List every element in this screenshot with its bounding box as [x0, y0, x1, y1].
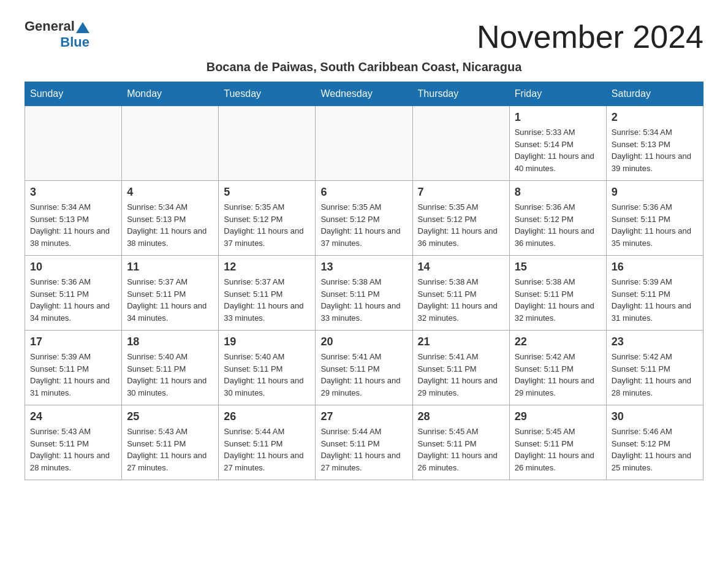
- day-info: Sunrise: 5:43 AM Sunset: 5:11 PM Dayligh…: [127, 426, 213, 473]
- calendar-cell: 7Sunrise: 5:35 AM Sunset: 5:12 PM Daylig…: [412, 181, 509, 256]
- calendar-cell: 4Sunrise: 5:34 AM Sunset: 5:13 PM Daylig…: [122, 181, 219, 256]
- day-info: Sunrise: 5:40 AM Sunset: 5:11 PM Dayligh…: [127, 351, 213, 399]
- calendar-cell: 26Sunrise: 5:44 AM Sunset: 5:11 PM Dayli…: [219, 405, 316, 480]
- day-number: 8: [515, 186, 601, 199]
- calendar-cell: 24Sunrise: 5:43 AM Sunset: 5:11 PM Dayli…: [25, 405, 122, 480]
- day-info: Sunrise: 5:37 AM Sunset: 5:11 PM Dayligh…: [224, 276, 310, 324]
- day-info: Sunrise: 5:33 AM Sunset: 5:14 PM Dayligh…: [515, 126, 601, 174]
- day-info: Sunrise: 5:39 AM Sunset: 5:11 PM Dayligh…: [612, 276, 698, 324]
- day-number: 27: [320, 410, 407, 423]
- calendar-cell: 27Sunrise: 5:44 AM Sunset: 5:11 PM Dayli…: [316, 405, 412, 480]
- day-info: Sunrise: 5:35 AM Sunset: 5:12 PM Dayligh…: [224, 201, 310, 249]
- calendar-week-row: 3Sunrise: 5:34 AM Sunset: 5:13 PM Daylig…: [25, 181, 703, 256]
- day-number: 12: [224, 261, 310, 274]
- day-number: 13: [320, 261, 407, 274]
- day-info: Sunrise: 5:39 AM Sunset: 5:11 PM Dayligh…: [30, 351, 116, 399]
- day-number: 6: [320, 186, 407, 199]
- logo: General Blue: [25, 18, 89, 50]
- calendar-week-row: 10Sunrise: 5:36 AM Sunset: 5:11 PM Dayli…: [25, 256, 703, 331]
- day-number: 26: [224, 410, 310, 423]
- calendar-cell: 29Sunrise: 5:45 AM Sunset: 5:11 PM Dayli…: [509, 405, 606, 480]
- day-number: 28: [418, 410, 504, 423]
- day-info: Sunrise: 5:46 AM Sunset: 5:12 PM Dayligh…: [612, 426, 698, 473]
- column-header-friday: Friday: [509, 82, 606, 106]
- day-number: 5: [224, 186, 310, 199]
- day-number: 23: [612, 335, 698, 348]
- calendar-cell: 16Sunrise: 5:39 AM Sunset: 5:11 PM Dayli…: [606, 256, 703, 331]
- day-number: 11: [127, 261, 213, 274]
- day-number: 14: [418, 261, 504, 274]
- day-number: 21: [418, 335, 504, 348]
- logo-general-text: General: [25, 18, 75, 34]
- calendar-cell: 20Sunrise: 5:41 AM Sunset: 5:11 PM Dayli…: [316, 331, 412, 405]
- day-number: 25: [127, 410, 213, 423]
- day-info: Sunrise: 5:35 AM Sunset: 5:12 PM Dayligh…: [418, 201, 504, 249]
- calendar-header-row: SundayMondayTuesdayWednesdayThursdayFrid…: [25, 82, 703, 106]
- svg-marker-0: [76, 22, 89, 33]
- day-info: Sunrise: 5:45 AM Sunset: 5:11 PM Dayligh…: [515, 426, 601, 473]
- day-info: Sunrise: 5:36 AM Sunset: 5:11 PM Dayligh…: [30, 276, 116, 324]
- calendar-cell: 15Sunrise: 5:38 AM Sunset: 5:11 PM Dayli…: [509, 256, 606, 331]
- day-number: 4: [127, 186, 213, 199]
- calendar-cell: 22Sunrise: 5:42 AM Sunset: 5:11 PM Dayli…: [509, 331, 606, 405]
- column-header-monday: Monday: [122, 82, 219, 106]
- page-header: General Blue November 2024: [25, 18, 703, 55]
- calendar-cell: [316, 106, 412, 181]
- day-info: Sunrise: 5:40 AM Sunset: 5:11 PM Dayligh…: [224, 351, 310, 399]
- day-number: 19: [224, 335, 310, 348]
- calendar-cell: 13Sunrise: 5:38 AM Sunset: 5:11 PM Dayli…: [316, 256, 412, 331]
- day-info: Sunrise: 5:34 AM Sunset: 5:13 PM Dayligh…: [30, 201, 116, 249]
- calendar-cell: 8Sunrise: 5:36 AM Sunset: 5:12 PM Daylig…: [509, 181, 606, 256]
- calendar-cell: 21Sunrise: 5:41 AM Sunset: 5:11 PM Dayli…: [412, 331, 509, 405]
- day-number: 29: [515, 410, 601, 423]
- day-info: Sunrise: 5:42 AM Sunset: 5:11 PM Dayligh…: [515, 351, 601, 399]
- day-info: Sunrise: 5:34 AM Sunset: 5:13 PM Dayligh…: [612, 126, 698, 174]
- calendar-cell: 25Sunrise: 5:43 AM Sunset: 5:11 PM Dayli…: [122, 405, 219, 480]
- day-info: Sunrise: 5:41 AM Sunset: 5:11 PM Dayligh…: [320, 351, 407, 399]
- calendar-week-row: 24Sunrise: 5:43 AM Sunset: 5:11 PM Dayli…: [25, 405, 703, 480]
- day-info: Sunrise: 5:44 AM Sunset: 5:11 PM Dayligh…: [320, 426, 407, 473]
- column-header-thursday: Thursday: [412, 82, 509, 106]
- day-info: Sunrise: 5:45 AM Sunset: 5:11 PM Dayligh…: [418, 426, 504, 473]
- calendar-cell: 10Sunrise: 5:36 AM Sunset: 5:11 PM Dayli…: [25, 256, 122, 331]
- day-number: 9: [612, 186, 698, 199]
- day-number: 16: [612, 261, 698, 274]
- day-info: Sunrise: 5:38 AM Sunset: 5:11 PM Dayligh…: [418, 276, 504, 324]
- day-info: Sunrise: 5:35 AM Sunset: 5:12 PM Dayligh…: [320, 201, 407, 249]
- month-title: November 2024: [477, 18, 703, 55]
- calendar-cell: 5Sunrise: 5:35 AM Sunset: 5:12 PM Daylig…: [219, 181, 316, 256]
- day-info: Sunrise: 5:36 AM Sunset: 5:11 PM Dayligh…: [612, 201, 698, 249]
- calendar-cell: 12Sunrise: 5:37 AM Sunset: 5:11 PM Dayli…: [219, 256, 316, 331]
- calendar-cell: 3Sunrise: 5:34 AM Sunset: 5:13 PM Daylig…: [25, 181, 122, 256]
- column-header-wednesday: Wednesday: [316, 82, 412, 106]
- calendar-cell: 11Sunrise: 5:37 AM Sunset: 5:11 PM Dayli…: [122, 256, 219, 331]
- calendar-cell: 30Sunrise: 5:46 AM Sunset: 5:12 PM Dayli…: [606, 405, 703, 480]
- day-info: Sunrise: 5:38 AM Sunset: 5:11 PM Dayligh…: [320, 276, 407, 324]
- logo-blue-text: Blue: [60, 34, 89, 50]
- calendar-cell: 2Sunrise: 5:34 AM Sunset: 5:13 PM Daylig…: [606, 106, 703, 181]
- calendar-cell: 23Sunrise: 5:42 AM Sunset: 5:11 PM Dayli…: [606, 331, 703, 405]
- calendar-cell: 17Sunrise: 5:39 AM Sunset: 5:11 PM Dayli…: [25, 331, 122, 405]
- calendar-cell: [412, 106, 509, 181]
- day-info: Sunrise: 5:37 AM Sunset: 5:11 PM Dayligh…: [127, 276, 213, 324]
- calendar-cell: [25, 106, 122, 181]
- day-number: 15: [515, 261, 601, 274]
- day-info: Sunrise: 5:41 AM Sunset: 5:11 PM Dayligh…: [418, 351, 504, 399]
- day-number: 17: [30, 335, 116, 348]
- day-info: Sunrise: 5:42 AM Sunset: 5:11 PM Dayligh…: [612, 351, 698, 399]
- day-number: 7: [418, 186, 504, 199]
- day-info: Sunrise: 5:43 AM Sunset: 5:11 PM Dayligh…: [30, 426, 116, 473]
- calendar-cell: 6Sunrise: 5:35 AM Sunset: 5:12 PM Daylig…: [316, 181, 412, 256]
- calendar-cell: [219, 106, 316, 181]
- day-info: Sunrise: 5:38 AM Sunset: 5:11 PM Dayligh…: [515, 276, 601, 324]
- day-info: Sunrise: 5:44 AM Sunset: 5:11 PM Dayligh…: [224, 426, 310, 473]
- calendar-week-row: 17Sunrise: 5:39 AM Sunset: 5:11 PM Dayli…: [25, 331, 703, 405]
- logo-triangle-icon: [76, 21, 89, 34]
- day-number: 2: [612, 111, 698, 124]
- day-info: Sunrise: 5:36 AM Sunset: 5:12 PM Dayligh…: [515, 201, 601, 249]
- day-number: 30: [612, 410, 698, 423]
- column-header-saturday: Saturday: [606, 82, 703, 106]
- calendar-cell: 19Sunrise: 5:40 AM Sunset: 5:11 PM Dayli…: [219, 331, 316, 405]
- calendar-cell: 14Sunrise: 5:38 AM Sunset: 5:11 PM Dayli…: [412, 256, 509, 331]
- day-number: 10: [30, 261, 116, 274]
